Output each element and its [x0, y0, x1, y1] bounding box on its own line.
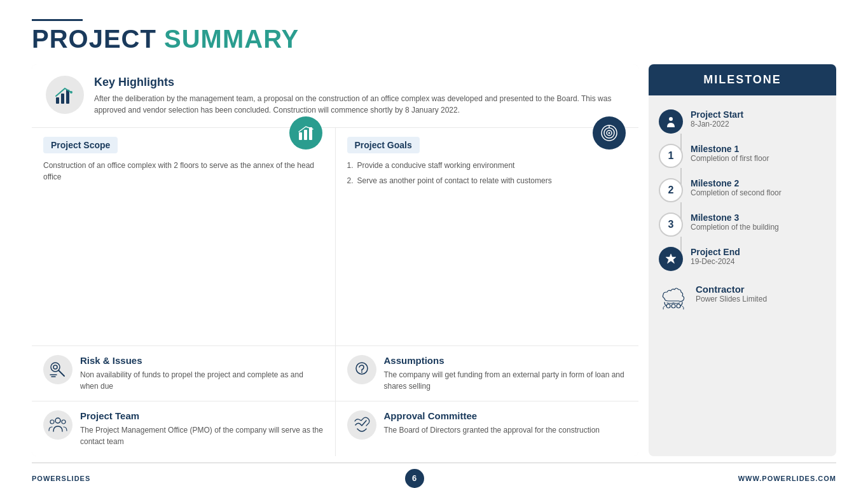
footer-page-number: 6 — [405, 469, 424, 488]
svg-rect-1 — [61, 94, 64, 104]
milestone-circle-3: 3 — [659, 213, 683, 237]
team-title: Project Team — [80, 410, 324, 421]
scope-text: Construction of an office complex with 2… — [43, 160, 324, 183]
milestone-date-2: Completion of second floor — [691, 188, 782, 197]
milestone-header: MILESTONE — [649, 64, 836, 95]
milestone-text-1: Milestone 1 Completion of first floor — [691, 144, 769, 163]
approval-icon — [347, 410, 376, 440]
footer-left-text: POWERSLIDES — [32, 475, 90, 482]
contractor-label: Contractor — [696, 284, 767, 295]
milestone-item-3: 3 Milestone 3 Completion of the building — [659, 207, 826, 242]
svg-point-18 — [361, 372, 362, 373]
svg-point-24 — [666, 304, 670, 308]
milestone-label-1: Milestone 1 — [691, 144, 769, 154]
svg-rect-0 — [56, 97, 59, 104]
goals-icon — [593, 116, 626, 150]
footer: POWERSLIDES 6 WWW.POWERLIDES.COM — [32, 463, 836, 488]
milestone-label-start: Project Start — [691, 109, 743, 120]
scope-goals-row: Project Scope Construction of an office … — [32, 128, 638, 346]
svg-point-10 — [609, 132, 610, 134]
right-panel: MILESTONE Project Start 8-Jan-2022 — [649, 64, 836, 456]
risk-assumptions-row: Risk & Issues Non availability of funds … — [32, 346, 638, 401]
risk-title: Risk & Issues — [80, 355, 324, 366]
milestone-item-end: Project End 19-Dec-2024 — [659, 242, 826, 276]
main-content: Key Highlights After the deliberation by… — [32, 64, 836, 456]
svg-point-13 — [53, 365, 57, 369]
approval-title: Approval Committee — [384, 410, 600, 421]
approval-text: The Board of Directors granted the appro… — [384, 424, 600, 436]
contractor-item: Contractor Power Slides Limited — [649, 276, 836, 313]
header-accent-line — [32, 19, 83, 21]
goals-list: Provide a conducive staff working enviro… — [347, 160, 628, 186]
goal-item-1: Provide a conducive staff working enviro… — [347, 160, 628, 171]
milestone-date-1: Completion of first floor — [691, 154, 769, 163]
assumptions-icon — [347, 355, 376, 384]
contractor-name: Power Slides Limited — [696, 295, 767, 303]
milestone-text-start: Project Start 8-Jan-2022 — [691, 109, 743, 129]
approval-section: Approval Committee The Board of Director… — [336, 401, 639, 456]
goals-badge: Project Goals — [347, 137, 420, 153]
assumptions-section: Assumptions The company will get funding… — [336, 346, 639, 401]
key-highlights-icon — [46, 76, 84, 114]
assumptions-title: Assumptions — [384, 355, 628, 366]
assumptions-text: The company will get funding from an ext… — [384, 369, 628, 392]
header: PROJECT SUMMARY — [32, 19, 836, 53]
contractor-text: Contractor Power Slides Limited — [696, 284, 767, 303]
page-title: PROJECT SUMMARY — [32, 25, 836, 53]
milestone-list: Project Start 8-Jan-2022 1 Milestone 1 C… — [649, 104, 836, 276]
milestone-label-end: Project End — [691, 247, 740, 257]
page: PROJECT SUMMARY Key Highlights — [0, 0, 868, 488]
milestone-circle-start — [659, 109, 683, 134]
risk-section: Risk & Issues Non availability of funds … — [32, 346, 336, 401]
milestone-circle-2: 2 — [659, 178, 683, 202]
milestone-text-3: Milestone 3 Completion of the building — [691, 213, 779, 232]
svg-point-3 — [70, 91, 72, 94]
contractor-icon — [659, 284, 688, 313]
goal-item-2: Serve as another point of contact to rel… — [347, 175, 628, 186]
left-panel: Key Highlights After the deliberation by… — [32, 64, 638, 456]
milestone-num-1: 1 — [668, 150, 674, 162]
risk-info: Risk & Issues Non availability of funds … — [80, 355, 324, 392]
svg-point-25 — [672, 304, 675, 308]
title-summary: SUMMARY — [164, 25, 299, 53]
footer-right-text: WWW.POWERLIDES.COM — [738, 475, 836, 482]
milestone-circle-end — [659, 247, 683, 271]
milestone-label-3: Milestone 3 — [691, 213, 779, 223]
milestone-circle-1: 1 — [659, 144, 683, 168]
key-highlights-title: Key Highlights — [94, 76, 624, 89]
milestone-date-end: 19-Dec-2024 — [691, 257, 740, 266]
team-icon — [43, 410, 72, 440]
assumptions-info: Assumptions The company will get funding… — [384, 355, 628, 392]
approval-info: Approval Committee The Board of Director… — [384, 410, 600, 436]
milestone-date-3: Completion of the building — [691, 223, 779, 232]
svg-point-26 — [677, 304, 680, 308]
milestone-date-start: 8-Jan-2022 — [691, 120, 743, 129]
team-approval-row: Project Team The Project Management Offi… — [32, 401, 638, 456]
team-section: Project Team The Project Management Offi… — [32, 401, 336, 456]
svg-line-14 — [59, 370, 64, 376]
svg-rect-2 — [66, 90, 69, 104]
svg-rect-5 — [304, 130, 307, 140]
team-info: Project Team The Project Management Offi… — [80, 410, 324, 447]
key-highlights-section: Key Highlights After the deliberation by… — [32, 64, 638, 128]
milestone-item-start: Project Start 8-Jan-2022 — [659, 104, 826, 139]
milestone-item-1: 1 Milestone 1 Completion of first floor — [659, 139, 826, 173]
project-scope-section: Project Scope Construction of an office … — [32, 128, 336, 346]
key-highlights-body: After the deliberation by the management… — [94, 93, 624, 116]
milestone-item-2: 2 Milestone 2 Completion of second floor — [659, 173, 826, 207]
svg-point-20 — [50, 420, 54, 424]
svg-point-22 — [669, 117, 673, 121]
milestone-text-2: Milestone 2 Completion of second floor — [691, 178, 782, 197]
scope-badge: Project Scope — [43, 137, 118, 153]
key-highlights-text: Key Highlights After the deliberation by… — [94, 76, 624, 116]
milestone-num-2: 2 — [668, 185, 674, 196]
title-project: PROJECT — [32, 25, 164, 53]
risk-text: Non availability of funds to propel the … — [80, 369, 324, 392]
team-text: The Project Management Office (PMO) of t… — [80, 424, 324, 447]
risk-icon — [43, 355, 72, 384]
scope-icon — [289, 116, 322, 150]
svg-point-19 — [55, 418, 60, 423]
svg-point-21 — [62, 420, 65, 424]
milestone-num-3: 3 — [668, 219, 674, 230]
milestone-label-2: Milestone 2 — [691, 178, 782, 188]
